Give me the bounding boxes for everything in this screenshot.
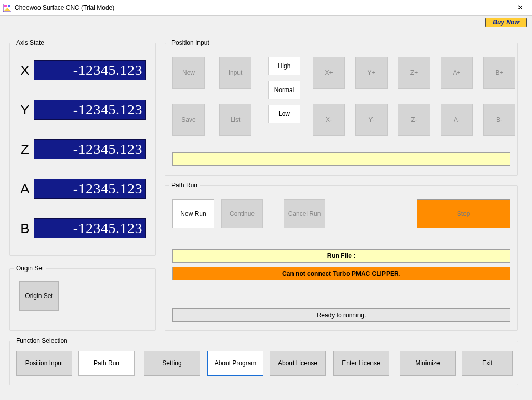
position-input-title: Position Input xyxy=(169,39,211,46)
origin-set-button[interactable]: Origin Set xyxy=(19,281,59,311)
close-icon: ✕ xyxy=(517,4,523,11)
window-title: Cheewoo Surface CNC (Trial Mode) xyxy=(15,4,509,11)
position-input-group: Position Input New Input Save List High … xyxy=(165,43,518,176)
axis-state-title: Axis State xyxy=(14,39,46,46)
axis-row-z: Z -12345.123 xyxy=(16,137,146,162)
axis-label-b: B xyxy=(16,222,34,235)
x-plus-button: X+ xyxy=(313,57,345,89)
fn-minimize-button[interactable]: Minimize xyxy=(400,351,456,376)
path-run-group: Path Run New Run Continue Cancel Run Sto… xyxy=(165,185,518,331)
axis-value-x: -12345.123 xyxy=(34,60,146,80)
continue-button: Continue xyxy=(221,199,263,228)
z-plus-button: Z+ xyxy=(398,57,430,89)
new-run-button[interactable]: New Run xyxy=(172,199,214,228)
cancel-run-button: Cancel Run xyxy=(284,199,325,228)
x-minus-button: X- xyxy=(313,104,345,136)
origin-set-title: Origin Set xyxy=(14,265,46,272)
list-button: List xyxy=(219,104,251,136)
axis-row-b: B -12345.123 xyxy=(16,216,146,241)
new-button: New xyxy=(172,57,205,89)
axis-value-z: -12345.123 xyxy=(34,139,146,159)
axis-label-z: Z xyxy=(16,143,34,156)
app-icon xyxy=(3,4,11,12)
path-run-title: Path Run xyxy=(169,182,200,189)
b-minus-button: B- xyxy=(483,104,515,136)
svg-rect-2 xyxy=(8,5,10,7)
buy-now-button[interactable]: Buy Now xyxy=(485,18,527,27)
fn-position-input-button[interactable]: Position Input xyxy=(16,351,72,376)
speed-normal-button[interactable]: Normal xyxy=(268,81,300,99)
y-minus-button: Y- xyxy=(355,104,388,136)
axis-state-group: Axis State X -12345.123 Y -12345.123 Z -… xyxy=(9,43,156,256)
fn-about-license-button[interactable]: About License xyxy=(270,351,326,376)
window-close-button[interactable]: ✕ xyxy=(509,0,532,16)
axis-row-y: Y -12345.123 xyxy=(16,97,146,122)
axis-label-y: Y xyxy=(16,103,34,117)
axis-value-a: -12345.123 xyxy=(34,179,146,199)
fn-exit-button[interactable]: Exit xyxy=(462,351,513,376)
function-selection-group: Function Selection Position Input Path R… xyxy=(9,341,518,385)
speed-high-button[interactable]: High xyxy=(268,57,300,75)
b-plus-button: B+ xyxy=(483,57,515,89)
input-button: Input xyxy=(219,57,251,89)
axis-row-x: X -12345.123 xyxy=(16,58,146,83)
function-selection-title: Function Selection xyxy=(14,337,70,344)
client-area: Buy Now Axis State X -12345.123 Y -12345… xyxy=(0,16,532,400)
position-input-message xyxy=(172,152,510,166)
axis-row-a: A -12345.123 xyxy=(16,176,146,201)
run-file-bar: Run File : xyxy=(172,249,510,263)
axis-label-x: X xyxy=(16,63,34,77)
axis-label-a: A xyxy=(16,182,34,196)
title-bar: Cheewoo Surface CNC (Trial Mode) ✕ xyxy=(0,0,532,16)
svg-rect-1 xyxy=(4,5,7,7)
fn-path-run-button[interactable]: Path Run xyxy=(78,351,135,376)
stop-button: Stop xyxy=(417,199,510,228)
z-minus-button: Z- xyxy=(398,104,430,136)
fn-setting-button[interactable]: Setting xyxy=(144,351,200,376)
axis-value-b: -12345.123 xyxy=(34,218,146,238)
ready-bar: Ready to running. xyxy=(172,308,510,322)
error-bar: Can not connect Turbo PMAC CLIPPER. xyxy=(172,267,510,280)
fn-enter-license-button[interactable]: Enter License xyxy=(333,351,389,376)
a-plus-button: A+ xyxy=(441,57,473,89)
save-button: Save xyxy=(172,104,205,136)
speed-low-button[interactable]: Low xyxy=(268,105,300,123)
fn-about-program-button[interactable]: About Program xyxy=(207,351,263,376)
origin-set-group: Origin Set Origin Set xyxy=(9,268,156,331)
y-plus-button: Y+ xyxy=(355,57,388,89)
axis-value-y: -12345.123 xyxy=(34,100,146,120)
a-minus-button: A- xyxy=(441,104,473,136)
